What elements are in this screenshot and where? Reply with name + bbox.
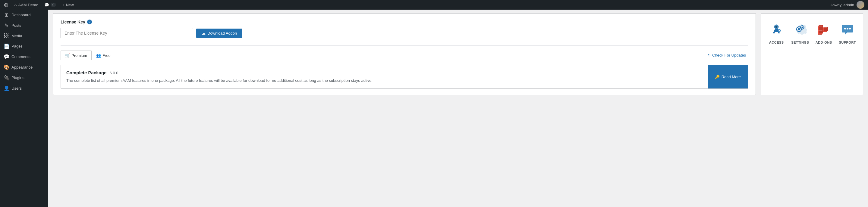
tabs-row: 🛒 Premium 👥 Free ↻ Check For Updates <box>61 50 748 60</box>
sidebar-label-comments: Comments <box>11 55 30 59</box>
addons-icon-item[interactable]: ADD-ONS <box>813 20 835 47</box>
download-addon-button[interactable]: ☁ Download Addon <box>196 29 242 38</box>
media-icon: 🖼 <box>4 33 9 38</box>
home-icon: ⌂ <box>14 2 17 7</box>
svg-point-15 <box>801 27 803 28</box>
main-panel: License Key ? ☁ Download Addon <box>53 13 756 95</box>
sidebar-label-users: Users <box>11 86 22 91</box>
sidebar-label-media: Media <box>11 34 22 38</box>
svg-point-33 <box>846 28 848 30</box>
svg-rect-16 <box>802 26 803 27</box>
sidebar-item-users[interactable]: 👤 Users <box>0 83 48 94</box>
adminbar-comments[interactable]: 💬 0 <box>41 0 59 10</box>
sidebar-item-dashboard[interactable]: ⊞ Dashboard <box>0 10 48 20</box>
svg-point-2 <box>775 26 778 28</box>
avatar[interactable] <box>857 1 864 9</box>
package-title: Complete Package 6.0.0 <box>66 70 702 75</box>
icon-grid: ACCESS <box>766 20 858 47</box>
svg-rect-7 <box>798 31 799 32</box>
addons-label: ADD-ONS <box>815 41 832 44</box>
users-icon: 👤 <box>4 85 9 91</box>
svg-point-32 <box>844 28 846 30</box>
key-icon: 🔑 <box>715 75 720 79</box>
sidebar-item-comments[interactable]: 💬 Comments <box>0 51 48 62</box>
support-icon <box>840 23 855 38</box>
license-row: ☁ Download Addon <box>61 28 748 38</box>
svg-rect-18 <box>800 27 801 28</box>
svg-rect-8 <box>796 29 797 30</box>
tab-premium-label: Premium <box>71 53 87 58</box>
svg-rect-30 <box>823 27 827 28</box>
new-label: New <box>66 3 74 7</box>
check-updates-label: Check For Updates <box>712 53 746 58</box>
adminbar-right: Howdy, admin <box>830 1 864 9</box>
tab-free[interactable]: 👥 Free <box>92 50 115 60</box>
package-info: Complete Package 6.0.0 The complete list… <box>61 65 708 89</box>
help-icon[interactable]: ? <box>87 20 92 24</box>
package-description: The complete list of all premium AAM fea… <box>66 78 702 84</box>
package-card: Complete Package 6.0.0 The complete list… <box>61 65 748 89</box>
svg-rect-6 <box>798 26 799 27</box>
license-input[interactable] <box>61 28 193 38</box>
refresh-icon: ↻ <box>707 53 711 58</box>
package-title-text: Complete Package <box>66 70 106 75</box>
sidebar-item-plugins[interactable]: 🔌 Plugins <box>0 72 48 83</box>
read-more-button[interactable]: 🔑 Read More <box>715 75 741 79</box>
admin-menu: ⊞ Dashboard ✎ Posts 🖼 Media 📄 Pages 💬 Co… <box>0 10 48 207</box>
addons-icon <box>816 23 832 38</box>
sidebar-label-dashboard: Dashboard <box>11 13 31 17</box>
sidebar-label-posts: Posts <box>11 23 22 28</box>
tab-free-label: Free <box>102 53 111 58</box>
settings-icon <box>792 23 808 38</box>
howdy-text: Howdy, admin <box>830 3 854 7</box>
sidebar-item-pages[interactable]: 📄 Pages <box>0 41 48 51</box>
avatar-img <box>857 1 864 9</box>
adminbar-new[interactable]: + New <box>59 0 77 10</box>
svg-point-5 <box>798 28 800 30</box>
package-version: 6.0.0 <box>110 71 119 75</box>
sidebar-label-plugins: Plugins <box>11 75 24 80</box>
svg-rect-17 <box>802 29 803 30</box>
comment-icon: 💬 <box>44 3 49 7</box>
support-icon-item[interactable]: SUPPORT <box>837 20 858 47</box>
svg-rect-19 <box>804 27 804 28</box>
pages-icon: 📄 <box>4 43 9 49</box>
sidebar-item-appearance[interactable]: 🎨 Appearance <box>0 62 48 72</box>
tab-premium[interactable]: 🛒 Premium <box>61 50 92 60</box>
comments-icon: 💬 <box>4 54 9 60</box>
access-icon-item[interactable]: ACCESS <box>766 20 787 47</box>
package-action[interactable]: 🔑 Read More <box>708 65 748 89</box>
sidebar-label-pages: Pages <box>11 44 23 48</box>
dashboard-icon: ⊞ <box>4 12 9 18</box>
svg-point-34 <box>849 28 851 30</box>
content-wrapper: License Key ? ☁ Download Addon <box>53 13 863 95</box>
wp-logo[interactable]: ⊛ <box>4 1 9 8</box>
svg-rect-31 <box>818 30 823 31</box>
license-key-text: License Key <box>61 20 85 24</box>
plus-icon: + <box>62 3 64 7</box>
posts-icon: ✎ <box>4 23 9 28</box>
adminbar-site[interactable]: ⌂ AAM Demo <box>11 0 41 10</box>
sidebar-item-posts[interactable]: ✎ Posts <box>0 20 48 31</box>
sidebar-label-appearance: Appearance <box>11 65 33 69</box>
cloud-icon: ☁ <box>202 31 206 35</box>
appearance-icon: 🎨 <box>4 64 9 70</box>
cart-icon: 🛒 <box>65 53 70 58</box>
access-icon <box>769 23 784 38</box>
svg-rect-29 <box>818 26 823 27</box>
license-section: License Key ? ☁ Download Addon <box>61 20 748 38</box>
download-btn-label: Download Addon <box>207 31 237 35</box>
right-panel: ACCESS <box>761 13 863 95</box>
read-more-label: Read More <box>721 75 741 79</box>
settings-icon-item[interactable]: SETTINGS <box>789 20 811 47</box>
sidebar-item-media[interactable]: 🖼 Media <box>0 31 48 41</box>
wp-wrap: ⊞ Dashboard ✎ Posts 🖼 Media 📄 Pages 💬 Co… <box>0 0 868 207</box>
license-label: License Key ? <box>61 20 748 24</box>
site-name: AAM Demo <box>18 3 38 7</box>
users-tab-icon: 👥 <box>96 53 101 58</box>
wp-content: License Key ? ☁ Download Addon <box>48 10 868 207</box>
admin-bar: ⊛ ⌂ AAM Demo 💬 0 + New Howdy, admin <box>0 0 868 10</box>
check-updates-button[interactable]: ↻ Check For Updates <box>705 52 748 59</box>
comments-count: 0 <box>51 3 56 7</box>
support-label: SUPPORT <box>839 41 856 44</box>
